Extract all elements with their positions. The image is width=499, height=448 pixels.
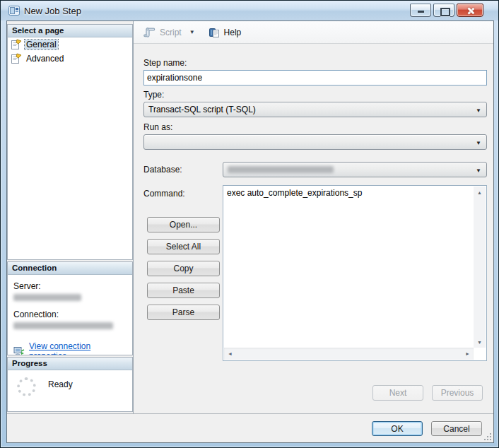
connection-value-redacted [13,322,113,329]
type-selected-value: Transact-SQL script (T-SQL) [148,105,256,114]
chevron-down-icon [476,140,481,146]
open-button[interactable]: Open... [147,217,220,232]
paste-button[interactable]: Paste [147,283,220,298]
scroll-right-icon[interactable] [462,348,474,359]
progress-spinner-icon [17,377,36,396]
vertical-scrollbar[interactable] [474,187,486,348]
scroll-left-icon[interactable] [224,348,236,359]
minimize-button[interactable] [410,4,431,17]
sidebar: Select a page General Advanced [7,21,133,413]
help-book-icon [209,27,221,38]
progress-header: Progress [8,358,132,370]
select-a-page-panel: Select a page General Advanced [7,24,133,260]
connection-label: Connection: [13,310,127,319]
dialog-client-area: Select a page General Advanced [6,20,494,443]
scroll-up-icon[interactable] [474,187,486,198]
type-label: Type: [143,90,164,100]
script-button[interactable]: Script [140,25,184,40]
new-job-step-dialog: New Job Step Select a page General [0,0,499,448]
parse-button[interactable]: Parse [147,305,220,320]
sidebar-item-advanced[interactable]: Advanced [8,52,132,66]
close-button[interactable] [457,4,483,17]
run-as-label: Run as: [143,122,172,132]
select-all-button[interactable]: Select All [147,239,220,254]
next-button: Next [372,385,423,401]
help-button[interactable]: Help [206,25,245,40]
progress-status: Ready [48,379,73,389]
server-value-redacted [13,294,81,301]
connection-panel: Connection Server: Connection: View conn… [7,261,133,355]
dialog-footer: OK Cancel [7,413,493,442]
cancel-button[interactable]: Cancel [431,421,482,436]
script-dropdown-arrow-icon[interactable] [187,28,197,37]
window-controls [410,4,483,17]
app-dialog-icon [8,5,20,16]
toolbar: Script Help [134,21,493,44]
sidebar-item-general[interactable]: General [8,37,132,52]
script-label: Script [160,28,182,37]
copy-button[interactable]: Copy [147,261,220,276]
select-a-page-header: Select a page [8,25,132,37]
progress-panel: Progress Ready [7,357,133,412]
view-connection-properties-link[interactable]: View connection properties [29,341,127,355]
general-page-content: Step name: Type: Transact-SQL script (T-… [134,44,493,413]
page-icon [11,53,22,64]
step-name-input[interactable] [143,70,487,86]
horizontal-scrollbar[interactable] [224,348,474,360]
server-label: Server: [13,281,127,291]
step-name-label: Step name: [143,58,187,68]
scroll-down-icon[interactable] [474,336,486,348]
script-scroll-icon [143,27,156,38]
connection-header: Connection [8,262,132,275]
titlebar[interactable]: New Job Step [1,1,498,20]
command-textarea[interactable]: exec auto_complete_expirations_sp [223,185,487,361]
database-value-redacted [228,166,334,173]
database-label: Database: [143,165,182,175]
run-as-select[interactable] [143,134,487,150]
help-label: Help [224,28,242,37]
previous-button: Previous [432,385,483,401]
chevron-down-icon [476,167,481,174]
ok-button[interactable]: OK [372,421,423,436]
window-title: New Job Step [24,6,81,16]
command-text: exec auto_complete_expirations_sp [227,188,471,198]
database-select[interactable] [223,162,487,177]
maximize-button[interactable] [433,4,454,17]
sidebar-item-label: Advanced [25,54,65,64]
page-icon [11,39,22,50]
command-label: Command: [143,189,185,199]
sidebar-item-label: General [25,40,58,49]
chevron-down-icon [476,107,481,114]
connection-properties-icon [13,346,25,355]
resize-grip[interactable] [484,433,491,440]
type-select[interactable]: Transact-SQL script (T-SQL) [143,102,487,117]
main-panel: Script Help Step name: Type: [133,21,493,413]
